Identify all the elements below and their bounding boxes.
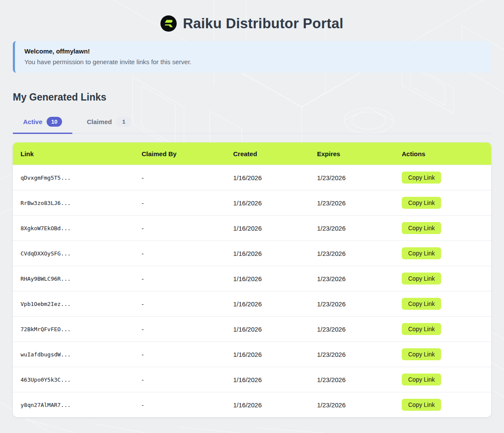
expires-cell: 1/23/2026 xyxy=(309,225,394,232)
section-title: My Generated Links xyxy=(13,92,491,103)
claimed-by-cell: - xyxy=(134,300,225,308)
tab-active-count-badge: 10 xyxy=(47,117,62,127)
table-row: RHAy9BWLC96R...-1/16/20261/23/2026Copy L… xyxy=(13,266,491,291)
copy-link-button[interactable]: Copy Link xyxy=(402,348,441,360)
created-cell: 1/16/2026 xyxy=(225,275,309,282)
welcome-heading: Welcome, offmylawn! xyxy=(24,47,482,55)
created-cell: 1/16/2026 xyxy=(225,250,309,257)
claimed-by-cell: - xyxy=(134,199,225,207)
tab-claimed-label: Claimed xyxy=(87,118,112,125)
claimed-by-cell: - xyxy=(134,351,225,358)
column-header-actions: Actions xyxy=(394,150,491,157)
created-cell: 1/16/2026 xyxy=(225,174,309,181)
expires-cell: 1/23/2026 xyxy=(309,275,394,282)
table-row: 463Upo0Y5k3C...-1/16/20261/23/2026Copy L… xyxy=(13,367,491,392)
link-code-cell: 463Upo0Y5k3C... xyxy=(13,377,134,383)
link-code-cell: y8qn27AlMAR7... xyxy=(13,402,134,408)
claimed-by-cell: - xyxy=(134,326,225,333)
actions-cell: Copy Link xyxy=(394,298,491,310)
copy-link-button[interactable]: Copy Link xyxy=(402,273,441,285)
expires-cell: 1/23/2026 xyxy=(309,250,394,257)
link-code-cell: wuIafdbugsdW... xyxy=(13,351,134,358)
link-code-cell: 72BkMrQFvFEO... xyxy=(13,326,134,332)
column-header-created: Created xyxy=(225,150,309,157)
tab-active[interactable]: Active 10 xyxy=(13,115,72,134)
claimed-by-cell: - xyxy=(134,376,225,383)
tab-claimed[interactable]: Claimed 1 xyxy=(77,115,142,134)
copy-link-button[interactable]: Copy Link xyxy=(402,374,441,386)
table-row: y8qn27AlMAR7...-1/16/20261/23/2026Copy L… xyxy=(13,392,491,417)
page: Raiku Distributor Portal Welcome, offmyl… xyxy=(0,0,504,417)
actions-cell: Copy Link xyxy=(394,222,491,234)
created-cell: 1/16/2026 xyxy=(225,376,309,383)
copy-link-button[interactable]: Copy Link xyxy=(402,399,441,411)
actions-cell: Copy Link xyxy=(394,172,491,184)
link-code-cell: RHAy9BWLC96R... xyxy=(13,276,134,282)
links-table: Link Claimed By Created Expires Actions … xyxy=(13,142,491,417)
copy-link-button[interactable]: Copy Link xyxy=(402,247,441,259)
actions-cell: Copy Link xyxy=(394,399,491,411)
expires-cell: 1/23/2026 xyxy=(309,174,394,181)
link-code-cell: CVdqDXXOySFG... xyxy=(13,250,134,257)
claimed-by-cell: - xyxy=(134,225,225,232)
table-body: qDvxgmFmg5T5...-1/16/20261/23/2026Copy L… xyxy=(13,165,491,417)
link-code-cell: RrBw3zo83LJ6... xyxy=(13,200,134,206)
tab-claimed-count-badge: 1 xyxy=(116,117,131,127)
actions-cell: Copy Link xyxy=(394,197,491,209)
created-cell: 1/16/2026 xyxy=(225,300,309,308)
expires-cell: 1/23/2026 xyxy=(309,300,394,308)
table-header-row: Link Claimed By Created Expires Actions xyxy=(13,142,491,165)
actions-cell: Copy Link xyxy=(394,247,491,259)
raiku-logo-icon xyxy=(160,15,177,32)
table-row: CVdqDXXOySFG...-1/16/20261/23/2026Copy L… xyxy=(13,240,491,266)
copy-link-button[interactable]: Copy Link xyxy=(402,172,441,184)
tab-active-label: Active xyxy=(23,118,42,125)
created-cell: 1/16/2026 xyxy=(225,401,309,409)
table-row: Vpb1Oebm2Iez...-1/16/20261/23/2026Copy L… xyxy=(13,291,491,316)
actions-cell: Copy Link xyxy=(394,348,491,360)
column-header-expires: Expires xyxy=(309,150,394,157)
table-row: 8XgkoW7EkOBd...-1/16/20261/23/2026Copy L… xyxy=(13,215,491,240)
welcome-banner: Welcome, offmylawn! You have permission … xyxy=(13,41,491,73)
link-code-cell: Vpb1Oebm2Iez... xyxy=(13,301,134,307)
actions-cell: Copy Link xyxy=(394,323,491,335)
claimed-by-cell: - xyxy=(134,174,225,181)
link-code-cell: qDvxgmFmg5T5... xyxy=(13,175,134,181)
app-header: Raiku Distributor Portal xyxy=(13,0,491,41)
expires-cell: 1/23/2026 xyxy=(309,351,394,358)
created-cell: 1/16/2026 xyxy=(225,351,309,358)
page-title: Raiku Distributor Portal xyxy=(183,15,343,32)
claimed-by-cell: - xyxy=(134,250,225,257)
copy-link-button[interactable]: Copy Link xyxy=(402,222,441,234)
welcome-message: You have permission to generate invite l… xyxy=(24,58,482,65)
table-row: wuIafdbugsdW...-1/16/20261/23/2026Copy L… xyxy=(13,341,491,367)
expires-cell: 1/23/2026 xyxy=(309,401,394,409)
copy-link-button[interactable]: Copy Link xyxy=(402,298,441,310)
column-header-link: Link xyxy=(13,150,134,157)
column-header-claimed-by: Claimed By xyxy=(134,150,225,157)
link-code-cell: 8XgkoW7EkOBd... xyxy=(13,225,134,231)
actions-cell: Copy Link xyxy=(394,374,491,386)
actions-cell: Copy Link xyxy=(394,273,491,285)
expires-cell: 1/23/2026 xyxy=(309,326,394,333)
table-row: qDvxgmFmg5T5...-1/16/20261/23/2026Copy L… xyxy=(13,165,491,190)
claimed-by-cell: - xyxy=(134,401,225,409)
copy-link-button[interactable]: Copy Link xyxy=(402,323,441,335)
copy-link-button[interactable]: Copy Link xyxy=(402,197,441,209)
expires-cell: 1/23/2026 xyxy=(309,199,394,207)
table-row: 72BkMrQFvFEO...-1/16/20261/23/2026Copy L… xyxy=(13,316,491,341)
expires-cell: 1/23/2026 xyxy=(309,376,394,383)
created-cell: 1/16/2026 xyxy=(225,326,309,333)
created-cell: 1/16/2026 xyxy=(225,225,309,232)
table-row: RrBw3zo83LJ6...-1/16/20261/23/2026Copy L… xyxy=(13,190,491,215)
claimed-by-cell: - xyxy=(134,275,225,282)
created-cell: 1/16/2026 xyxy=(225,199,309,207)
tabs-bar: Active 10 Claimed 1 xyxy=(13,115,491,134)
